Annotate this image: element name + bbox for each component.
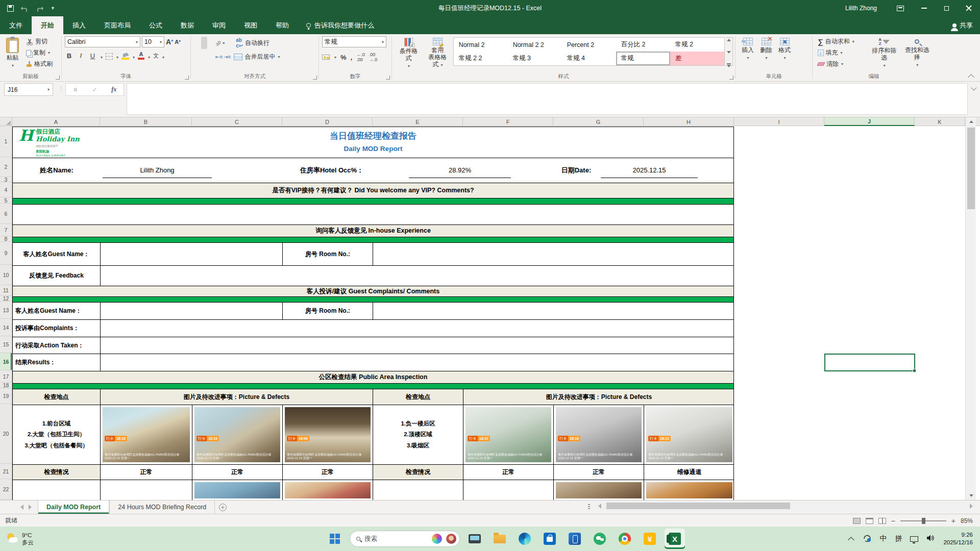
room-no-cell[interactable] [373, 243, 733, 265]
vip-comments-cell[interactable] [13, 205, 733, 225]
row-header-20[interactable]: 20 [0, 404, 12, 464]
normal-view-button[interactable] [853, 518, 861, 524]
fill-color-button[interactable] [121, 53, 129, 60]
status-cell[interactable]: 正常 [283, 465, 373, 480]
styles-dialog-launcher-icon[interactable] [729, 76, 733, 80]
status-cell[interactable]: 正常 [554, 465, 644, 480]
column-header-B[interactable]: B [100, 117, 192, 126]
comma-style-button[interactable]: , [351, 54, 353, 61]
sheet-tab-daily-mod-report[interactable]: Daily MOD Report [38, 500, 109, 514]
inspection-photo-lobby-bar[interactable]: 打卡16:09 贵州省贵阳市南明区龙洞堡机场路AC·PARK商业综合体2025.… [285, 407, 371, 462]
row-header-13[interactable]: 13 [0, 302, 12, 319]
volume-tray-icon[interactable] [926, 534, 935, 544]
row-header-18[interactable]: 18 [0, 383, 12, 388]
row-header-15[interactable]: 15 [0, 336, 12, 353]
row-header-9[interactable]: 9 [0, 242, 12, 265]
zoom-slider[interactable] [900, 520, 946, 521]
status-cell[interactable]: 正常 [101, 465, 192, 480]
clipboard-dialog-launcher-icon[interactable] [56, 76, 60, 80]
inspection-photo[interactable] [646, 482, 732, 498]
sync-tray-icon[interactable] [863, 534, 871, 544]
ribbon-display-options-button[interactable] [890, 0, 913, 16]
vertical-scrollbar[interactable] [965, 117, 976, 500]
close-button[interactable] [958, 0, 980, 16]
guest-name-cell[interactable] [101, 303, 283, 319]
tab-data[interactable]: 数据 [172, 16, 203, 34]
cell-style-option[interactable]: 常规 3 [508, 52, 562, 65]
column-header-K[interactable]: K [915, 117, 965, 126]
inspection-photo-lobby-hall[interactable]: 打卡16:10 贵州省贵阳市南明区龙洞堡机场路AC·PARK商业综合体2025.… [194, 407, 280, 462]
excel-taskbar-button[interactable]: X [665, 529, 685, 549]
tell-me-box[interactable]: 告诉我你想要做什么 [298, 16, 382, 34]
cell-style-option[interactable]: Normal 2 2 [508, 38, 562, 52]
column-header-C[interactable]: C [192, 117, 282, 126]
feedback-cell[interactable] [101, 266, 733, 286]
inspection-photo[interactable] [556, 482, 642, 498]
zoom-level[interactable]: 85% [961, 517, 976, 524]
page-layout-view-button[interactable] [866, 518, 873, 524]
align-top-button[interactable] [194, 37, 200, 49]
autosum-button[interactable]: ∑自动求和▾ [816, 36, 867, 47]
zoom-out-button[interactable]: − [891, 517, 895, 525]
shrink-font-button[interactable]: A▾ [175, 39, 181, 45]
borders-icon[interactable] [106, 53, 113, 60]
cell-style-option[interactable]: 常规 2 2 [454, 52, 508, 65]
minimize-button[interactable] [913, 0, 935, 16]
expand-formula-bar-icon[interactable] [971, 85, 976, 90]
wechat-button[interactable] [590, 529, 610, 549]
find-select-button[interactable]: 查找和选择▾ [901, 36, 934, 69]
cell-style-option[interactable]: 常规 2 [670, 38, 724, 52]
edge-button[interactable] [514, 529, 535, 549]
taskbar-search-box[interactable]: 搜索 [350, 531, 460, 547]
status-cell[interactable]: 正常 [463, 465, 554, 480]
taskbar-clock[interactable]: 9:26 2025/12/16 [943, 531, 973, 546]
spreadsheet-grid[interactable]: 12345678910111213141516171819202122 H 假日… [0, 126, 980, 500]
inspection-photo-service-corridor[interactable]: 打卡16:22 贵州省贵阳市南明区龙洞堡机场路AC·PARK商业综合体2025.… [465, 407, 551, 462]
room-no-cell[interactable] [373, 303, 733, 319]
orientation-icon[interactable]: ab [214, 39, 223, 47]
column-header-E[interactable]: E [373, 117, 463, 126]
previous-sheet-icon[interactable] [20, 505, 23, 510]
complaint-cell[interactable] [101, 320, 733, 337]
row-header-7[interactable]: 7 [0, 224, 12, 236]
row-header-3[interactable]: 3 [0, 177, 12, 182]
merge-center-button[interactable]: 合并后居中▾ [232, 52, 282, 62]
clear-button[interactable]: 清除▾ [816, 59, 867, 69]
tab-file[interactable]: 文件 [0, 16, 32, 34]
conditional-formatting-button[interactable]: 条件格式▾ [395, 36, 422, 70]
row-header-14[interactable]: 14 [0, 319, 12, 336]
save-icon[interactable] [7, 5, 14, 12]
chrome-button[interactable] [615, 529, 635, 549]
phonetic-guide-button[interactable]: 文 [153, 52, 159, 60]
gallery-down-icon[interactable] [727, 51, 731, 54]
tab-review[interactable]: 审阅 [203, 16, 235, 34]
copy-button[interactable]: 复制▾ [24, 47, 55, 58]
scroll-right-icon[interactable] [970, 504, 973, 509]
redo-icon[interactable] [36, 5, 43, 12]
horizontal-scrollbar[interactable] [596, 502, 975, 510]
formula-input[interactable] [127, 83, 968, 115]
align-center-button[interactable] [201, 51, 207, 63]
tab-page-layout[interactable]: 页面布局 [95, 16, 140, 34]
row-header-10[interactable]: 10 [0, 265, 12, 285]
status-cell[interactable]: 正常 [192, 465, 283, 480]
zoom-slider-thumb[interactable] [922, 518, 925, 524]
number-format-combo[interactable]: 常规▾ [322, 36, 386, 47]
share-button[interactable]: 共享 [952, 16, 973, 34]
row-header-6[interactable]: 6 [0, 204, 12, 224]
pay-app-button[interactable]: ¥ [640, 529, 660, 549]
horizontal-scroll-thumb[interactable] [606, 503, 790, 509]
sheet-tab-24-hours-briefing[interactable]: 24 Hours MOD Briefing Record [109, 500, 215, 514]
font-color-button[interactable]: A [138, 52, 144, 60]
fill-button[interactable]: ↓填充▾ [816, 47, 867, 58]
increase-decimal-button[interactable]: ←.0.00 [356, 52, 365, 62]
cell-style-option[interactable]: Normal 2 [454, 38, 508, 52]
row-header-16[interactable]: 16 [0, 353, 12, 370]
date-value[interactable]: 2025.12.15 [601, 163, 698, 178]
status-cell[interactable]: 维修通道 [644, 465, 733, 480]
italic-button[interactable]: I [77, 52, 85, 60]
column-header-H[interactable]: H [644, 117, 734, 126]
align-left-button[interactable] [194, 51, 200, 63]
start-button[interactable] [325, 529, 345, 549]
accounting-format-icon[interactable] [322, 55, 330, 60]
